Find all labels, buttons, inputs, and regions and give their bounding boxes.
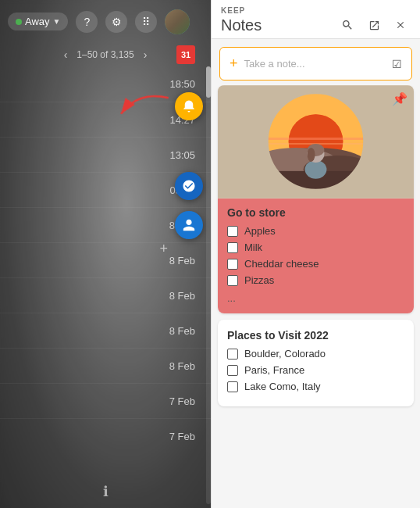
calendar-icon: 31: [176, 45, 195, 64]
checkbox-7[interactable]: [227, 381, 238, 392]
keep-title-row: Notes: [221, 15, 411, 35]
person-float-button[interactable]: [175, 211, 203, 239]
checklist-label-1: Apples: [244, 225, 276, 237]
settings-icon-button[interactable]: ⚙: [105, 11, 127, 33]
checkbox-2[interactable]: [227, 242, 238, 253]
app-label: KEEP: [221, 6, 411, 15]
note-ellipsis: ...: [227, 291, 404, 306]
svg-point-13: [305, 160, 327, 179]
time-value: 7 Feb: [169, 431, 195, 442]
note-input-bar[interactable]: + Take a note... ☑: [219, 47, 412, 80]
time-value: 8 Feb: [169, 325, 195, 337]
list-item[interactable]: 7 Feb: [0, 383, 211, 418]
status-pill[interactable]: Away ▼: [8, 13, 68, 30]
pin-icon: 📌: [392, 91, 408, 106]
prev-page-button[interactable]: ‹: [61, 47, 71, 63]
list-item[interactable]: 8 Feb: [0, 242, 211, 277]
app-title: Notes: [221, 16, 262, 34]
list-item[interactable]: 8 Feb: [0, 348, 211, 383]
add-button[interactable]: +: [159, 241, 168, 257]
svg-point-16: [308, 148, 315, 162]
note-input-placeholder: Take a note...: [244, 58, 305, 70]
checkbox-3[interactable]: [227, 259, 238, 270]
status-dot: [16, 19, 22, 25]
checklist-item-3: Cheddar cheese: [227, 258, 404, 270]
open-external-button[interactable]: [364, 15, 384, 35]
checkbox-5[interactable]: [227, 349, 238, 360]
status-label: Away: [25, 16, 50, 27]
next-page-button[interactable]: ›: [141, 47, 151, 63]
info-button[interactable]: ℹ: [103, 483, 109, 500]
list-item[interactable]: 8 Feb: [0, 313, 211, 348]
time-value: 13:05: [169, 149, 195, 161]
person-icon: [182, 218, 196, 232]
note-image-svg: [218, 85, 414, 199]
yellow-float-button[interactable]: [175, 92, 203, 120]
checklist-item-1: Apples: [227, 225, 404, 237]
checkbox-4[interactable]: [227, 275, 238, 286]
time-value: 8 Feb: [169, 360, 195, 372]
checklist-label-5: Boulder, Colorado: [244, 348, 326, 360]
avatar[interactable]: [165, 9, 190, 34]
time-list: 18:50 14:27 13:05 05:10 8 Feb 8 Feb 8 Fe…: [0, 66, 211, 477]
checkbox-1[interactable]: [227, 226, 238, 237]
chevron-down-icon: ▼: [53, 17, 61, 26]
svg-rect-11: [268, 138, 365, 140]
help-icon-button[interactable]: ?: [76, 11, 98, 33]
top-bar: Away ▼ ? ⚙ ⠿: [0, 0, 211, 43]
left-scrollbar[interactable]: [206, 66, 211, 504]
checklist-label-2: Milk: [244, 241, 262, 253]
search-icon: [341, 19, 354, 31]
bell-icon: [182, 99, 196, 113]
note-1-title: Go to store: [227, 206, 404, 219]
left-scroll-thumb[interactable]: [206, 66, 211, 98]
close-icon: [395, 20, 406, 30]
header-icons: [337, 15, 411, 35]
pagination-text: 1–50 of 3,135: [77, 49, 133, 60]
note-checklist-icon: ☑: [392, 58, 402, 70]
note-card-1-body: Go to store Apples Milk Cheddar cheese P…: [218, 199, 414, 313]
right-panel: KEEP Notes: [211, 0, 420, 508]
note-plus-icon: +: [230, 55, 238, 72]
checklist-label-3: Cheddar cheese: [244, 258, 319, 270]
checklist-label-7: Lake Como, Italy: [244, 381, 321, 392]
checklist-item-4: Pizzas: [227, 274, 404, 286]
open-icon: [368, 20, 380, 31]
left-panel: Away ▼ ? ⚙ ⠿ ‹ 1–50 of 3,135 › 31 18:50 …: [0, 0, 211, 508]
checklist-item-2: Milk: [227, 241, 404, 253]
list-item[interactable]: 8 Feb: [0, 277, 211, 313]
checklist-label-4: Pizzas: [244, 274, 274, 286]
search-button[interactable]: [337, 15, 358, 35]
list-item[interactable]: 7 Feb: [0, 418, 211, 453]
time-value: 7 Feb: [169, 395, 195, 407]
checklist-item-6: Paris, France: [227, 364, 404, 376]
note-2-title: Places to Visit 2022: [227, 329, 404, 342]
checkbox-6[interactable]: [227, 365, 238, 376]
close-button[interactable]: [390, 15, 411, 35]
notes-scroll-area[interactable]: 📌 Go to store Apples Milk Cheddar cheese: [212, 85, 420, 508]
time-value: 8 Feb: [169, 255, 195, 267]
checklist-label-6: Paris, France: [244, 364, 304, 376]
avatar-image: [165, 9, 190, 34]
note-card-1[interactable]: 📌 Go to store Apples Milk Cheddar cheese: [218, 85, 414, 313]
blue-float-button[interactable]: [175, 172, 203, 200]
note-input-left: + Take a note...: [230, 55, 305, 72]
checklist-item-7: Lake Como, Italy: [227, 381, 404, 392]
note-illustration: 📌: [218, 85, 414, 199]
pagination-bar: ‹ 1–50 of 3,135 › 31: [0, 43, 211, 66]
time-value: 18:50: [169, 78, 195, 90]
check-circle-icon: [182, 179, 196, 193]
note-card-2[interactable]: Places to Visit 2022 Boulder, Colorado P…: [218, 320, 414, 406]
keep-header: KEEP Notes: [212, 0, 420, 39]
checklist-item-5: Boulder, Colorado: [227, 348, 404, 360]
list-item[interactable]: 13:05: [0, 137, 211, 172]
grid-icon-button[interactable]: ⠿: [135, 11, 157, 33]
info-icon: ℹ: [103, 484, 109, 499]
time-value: 8 Feb: [169, 290, 195, 302]
